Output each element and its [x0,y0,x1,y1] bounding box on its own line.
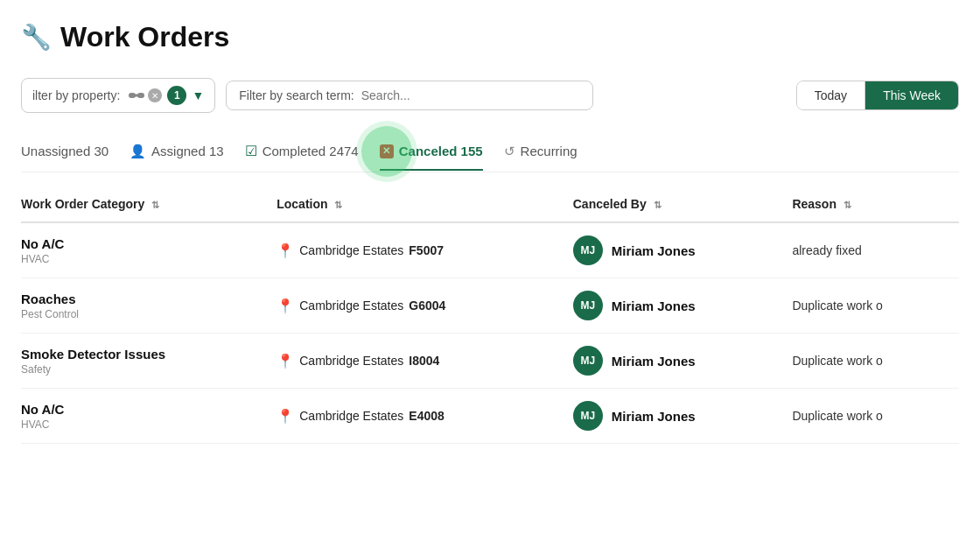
assignee-cell-3: MJ Miriam Jones [573,401,782,431]
category-type-1: Pest Control [21,308,266,320]
cell-location-0: 📍 Cambridge EstatesF5007 [276,222,573,278]
person-icon: 👤 [130,144,146,159]
work-orders-icon: 🔧 [21,23,52,52]
completed-label: Completed 2474 [262,144,359,158]
sort-icon-cancelled: ⇅ [654,200,662,211]
table-row[interactable]: No A/C HVAC 📍 Cambridge EstatesE4008 MJ … [21,389,959,444]
reason-text-1: Duplicate work o [792,299,883,313]
cell-reason-1: Duplicate work o [792,278,959,334]
assignee-cell-0: MJ Miriam Jones [573,235,782,265]
location-name-3: Cambridge Estates [299,409,403,423]
page-title: Work Orders [60,21,229,53]
status-tabs: Unassigned 30 👤 Assigned 13 ☑ Completed … [21,134,959,172]
location-name-2: Cambridge Estates [299,354,403,368]
page-container: 🔧 Work Orders ilter by property: ✕ 1 ▼ F… [0,0,980,444]
table-row[interactable]: No A/C HVAC 📍 Cambridge EstatesF5007 MJ … [21,222,959,278]
filter-search-label: Filter by search term: [239,88,354,102]
col-location[interactable]: Location ⇅ [276,190,573,222]
tab-assigned[interactable]: 👤 Assigned 13 [130,135,245,172]
cell-assignee-1: MJ Miriam Jones [573,278,793,334]
assignee-cell-1: MJ Miriam Jones [573,291,782,320]
cell-assignee-0: MJ Miriam Jones [573,222,793,278]
assignee-name-3: Miriam Jones [612,409,696,424]
category-type-2: Safety [21,363,266,376]
cell-location-2: 📍 Cambridge EstatesI8004 [276,334,573,389]
pin-icon-0: 📍 [276,242,294,259]
sort-icon-location: ⇅ [334,200,342,211]
category-name-2: Smoke Detector Issues [21,347,266,362]
avatar-1: MJ [573,291,603,320]
filter-search: Filter by search term: [226,81,593,110]
check-icon: ☑ [245,143,257,159]
tab-completed[interactable]: ☑ Completed 2474 [245,134,380,172]
location-unit-0: F5007 [409,243,444,257]
cancelled-bubble-wrapper: ✕ [380,144,394,158]
cell-location-3: 📍 Cambridge EstatesE4008 [276,389,573,444]
location-cell-0: 📍 Cambridge EstatesF5007 [276,242,563,259]
tab-cancelled[interactable]: ✕ Canceled 155 [380,135,504,171]
assignee-cell-2: MJ Miriam Jones [573,346,782,376]
col-category[interactable]: Work Order Category ⇅ [21,190,276,222]
clear-filter-icon[interactable]: ✕ [148,88,162,102]
svg-rect-2 [134,95,139,97]
table-header: Work Order Category ⇅ Location ⇅ Cancele… [21,190,959,222]
cell-reason-2: Duplicate work o [792,334,959,389]
pin-icon-2: 📍 [276,353,294,369]
link-icon [129,90,144,101]
cell-reason-3: Duplicate work o [792,389,959,444]
pin-icon-3: 📍 [276,408,294,425]
filter-property-icons: ✕ [129,88,162,102]
avatar-2: MJ [573,346,603,376]
today-button[interactable]: Today [797,81,865,109]
category-name-0: No A/C [21,236,266,251]
category-type-3: HVAC [21,418,266,431]
col-cancelled-by[interactable]: Canceled By ⇅ [573,190,793,222]
location-name-0: Cambridge Estates [299,243,403,257]
assignee-name-0: Miriam Jones [612,243,696,258]
assigned-label: Assigned 13 [151,144,224,158]
table-body: No A/C HVAC 📍 Cambridge EstatesF5007 MJ … [21,222,959,444]
filter-badge: 1 [167,86,186,105]
location-cell-2: 📍 Cambridge EstatesI8004 [276,353,563,369]
unassigned-label: Unassigned 30 [21,144,108,158]
tab-unassigned[interactable]: Unassigned 30 [21,135,130,171]
reason-text-2: Duplicate work o [792,354,883,368]
cell-assignee-3: MJ Miriam Jones [573,389,793,444]
location-unit-2: I8004 [409,354,439,368]
cell-reason-0: already fixed [792,222,959,278]
location-name-1: Cambridge Estates [299,299,403,313]
table-row[interactable]: Roaches Pest Control 📍 Cambridge Estates… [21,278,959,334]
page-header: 🔧 Work Orders [21,21,959,53]
recurring-label: Recurring [521,144,578,158]
search-input[interactable] [361,88,581,102]
cell-category-2: Smoke Detector Issues Safety [21,334,276,389]
this-week-button[interactable]: This Week [865,81,958,109]
location-cell-3: 📍 Cambridge EstatesE4008 [276,408,563,425]
cell-location-1: 📍 Cambridge EstatesG6004 [276,278,573,334]
filter-property[interactable]: ilter by property: ✕ 1 ▼ [21,78,215,113]
recurring-icon: ↺ [504,144,515,159]
category-type-0: HVAC [21,253,266,265]
chevron-down-icon[interactable]: ▼ [192,88,204,102]
table-row[interactable]: Smoke Detector Issues Safety 📍 Cambridge… [21,334,959,389]
cell-category-0: No A/C HVAC [21,222,276,278]
sort-icon-reason: ⇅ [844,200,851,211]
assignee-name-1: Miriam Jones [612,299,696,313]
filter-bar: ilter by property: ✕ 1 ▼ Filter by searc… [21,78,959,113]
reason-text-3: Duplicate work o [792,409,883,423]
col-reason[interactable]: Reason ⇅ [792,190,959,222]
cell-category-3: No A/C HVAC [21,389,276,444]
tab-recurring[interactable]: ↺ Recurring [504,135,598,172]
assignee-name-2: Miriam Jones [612,354,696,369]
location-unit-3: E4008 [409,409,444,423]
category-name-1: Roaches [21,292,266,306]
pin-icon-1: 📍 [276,298,294,314]
date-buttons: Today This Week [796,81,959,110]
location-unit-1: G6004 [409,299,445,313]
reason-text-0: already fixed [792,243,861,257]
avatar-3: MJ [573,401,603,431]
cell-category-1: Roaches Pest Control [21,278,276,334]
cell-assignee-2: MJ Miriam Jones [573,334,793,389]
cancelled-label: Canceled 155 [399,144,483,158]
filter-property-label: ilter by property: [32,88,120,102]
